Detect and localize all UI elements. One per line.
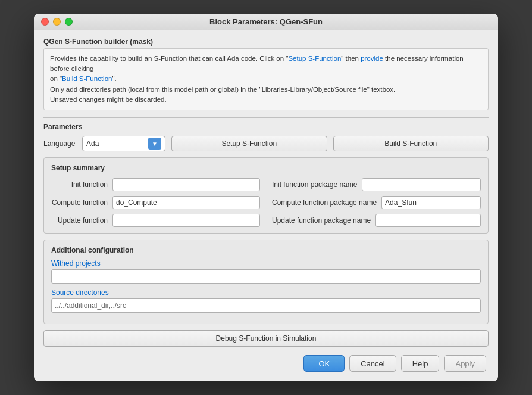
- apply-button[interactable]: Apply: [444, 355, 486, 372]
- help-button[interactable]: Help: [401, 355, 440, 372]
- content-area: QGen S-Function builder (mask) Provides …: [34, 30, 498, 381]
- footer-buttons: OK Cancel Help Apply: [43, 355, 489, 372]
- update-function-row: Update function: [51, 214, 260, 227]
- compute-function-package-label: Compute function package name: [272, 198, 377, 207]
- desc-line-3: Only add directories path (local from th…: [50, 85, 482, 95]
- update-function-input[interactable]: [112, 214, 260, 227]
- ok-button[interactable]: OK: [303, 355, 345, 372]
- update-function-package-input[interactable]: [375, 214, 481, 227]
- update-function-package-row: Update function package name: [272, 214, 481, 227]
- setup-link: Setup S-Function: [288, 55, 341, 62]
- build-sfun-button[interactable]: Build S-Function: [333, 136, 489, 151]
- compute-function-input[interactable]: [112, 196, 260, 209]
- debug-sfun-button[interactable]: Debug S-Function in Simulation: [43, 330, 489, 347]
- init-function-input[interactable]: [112, 178, 260, 191]
- parameters-header: Parameters: [43, 123, 489, 131]
- init-function-package-label: Init function package name: [272, 181, 357, 189]
- withed-projects-field: Withed projects: [51, 259, 481, 284]
- update-function-package-label: Update function package name: [272, 216, 371, 225]
- cancel-button[interactable]: Cancel: [349, 355, 396, 372]
- init-function-package-row: Init function package name: [272, 178, 481, 191]
- window-title: Block Parameters: QGen-SFun: [209, 17, 323, 26]
- compute-function-package-row: Compute function package name: [272, 196, 481, 209]
- minimize-button[interactable]: [53, 18, 61, 26]
- provide-link: provide: [361, 55, 383, 62]
- mask-header: QGen S-Function builder (mask): [43, 38, 489, 46]
- compute-function-label: Compute function: [51, 198, 108, 207]
- desc-line-1: Provides the capability to build an S-Fu…: [50, 54, 482, 74]
- compute-function-row: Compute function: [51, 196, 260, 209]
- source-directories-label: Source directories: [51, 288, 481, 297]
- parameters-row: Language Ada ▼ Setup S-Function Build S-…: [43, 136, 489, 151]
- main-window: Block Parameters: QGen-SFun QGen S-Funct…: [34, 14, 498, 381]
- language-value: Ada: [86, 139, 146, 148]
- maximize-button[interactable]: [65, 18, 73, 26]
- setup-summary-section: Setup summary Init function Init functio…: [43, 157, 489, 234]
- source-directories-field: Source directories: [51, 288, 481, 313]
- setup-summary-header: Setup summary: [51, 164, 481, 172]
- withed-projects-input[interactable]: [51, 269, 481, 284]
- parameters-section: Parameters Language Ada ▼ Setup S-Functi…: [43, 123, 489, 151]
- summary-form-grid: Init function Init function package name…: [51, 178, 481, 227]
- init-function-label: Init function: [51, 181, 108, 189]
- init-function-package-input[interactable]: [362, 178, 481, 191]
- title-bar: Block Parameters: QGen-SFun: [34, 14, 498, 30]
- additional-config-section: Additional configuration Withed projects…: [43, 240, 489, 324]
- window-controls: [41, 18, 73, 26]
- source-directories-input[interactable]: [51, 298, 481, 313]
- compute-function-package-input[interactable]: [381, 196, 481, 209]
- desc-line-2: on "Build S-Function".: [50, 74, 482, 84]
- select-arrow-icon: ▼: [148, 138, 161, 150]
- description-box: Provides the capability to build an S-Fu…: [43, 48, 489, 110]
- init-function-row: Init function: [51, 178, 260, 191]
- build-link: Build S-Function: [62, 75, 112, 82]
- desc-line-4: Unsaved changes might be discarded.: [50, 95, 482, 105]
- setup-sfun-button[interactable]: Setup S-Function: [171, 136, 327, 151]
- divider-1: [43, 117, 489, 118]
- close-button[interactable]: [41, 18, 49, 26]
- language-label: Language: [43, 139, 76, 148]
- withed-projects-label: Withed projects: [51, 259, 481, 268]
- additional-config-header: Additional configuration: [51, 246, 481, 254]
- language-select[interactable]: Ada ▼: [82, 136, 165, 151]
- update-function-label: Update function: [51, 216, 108, 225]
